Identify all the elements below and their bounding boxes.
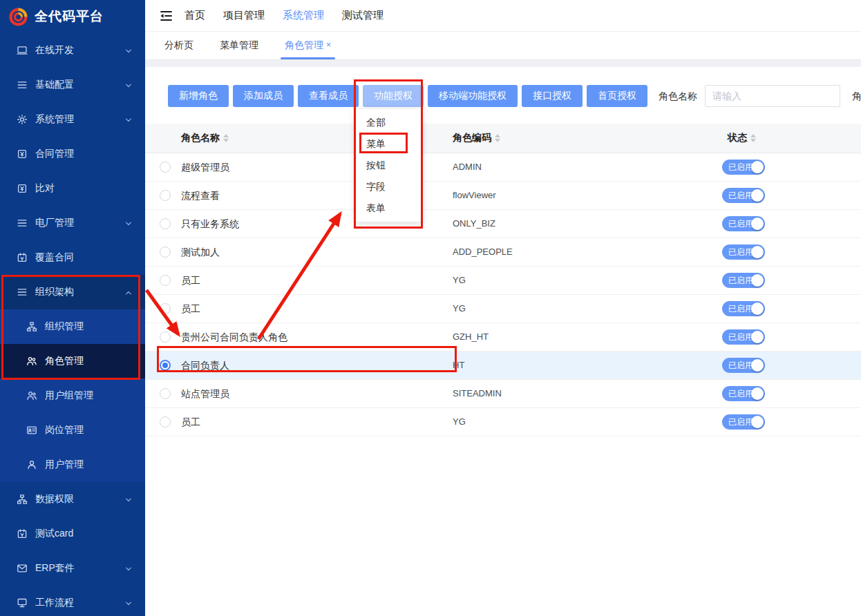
column-header-status[interactable]: 状态 [728, 124, 756, 153]
站点管理员[interactable]: 站点管理员 SITEADMIN 已启用 [145, 380, 861, 408]
content-divider [145, 60, 861, 67]
add-role-button[interactable]: 新增角色 [168, 85, 229, 107]
column-header-role-code[interactable]: 角色编码 [453, 124, 500, 153]
mail-icon [17, 563, 28, 574]
status-toggle-label: 已启用 [728, 160, 753, 175]
chevron-down-icon [124, 81, 133, 89]
usergroup-icon [26, 390, 37, 401]
menu-fold-icon[interactable] [159, 10, 173, 21]
sidebar-item-online-dev[interactable]: 在线开发 [0, 33, 145, 68]
超级管理员[interactable]: 超级管理员 ADMIN 已启用 [145, 153, 861, 182]
tab-close-icon[interactable]: × [326, 40, 331, 50]
page: 全代码平台 在线开发 基础配置 系统管理 合同管理 [0, 0, 861, 616]
mobile-function-authorize-button[interactable]: 移动端功能授权 [428, 85, 518, 107]
sidebar-item-org-structure[interactable]: 组织架构 [0, 275, 145, 309]
员工[interactable]: 员工 YG 已启用 [145, 408, 861, 436]
sidebar-item-contract-mgmt[interactable]: 合同管理 [0, 137, 145, 171]
dropdown-item-field[interactable]: 字段 [355, 176, 422, 198]
tab-bar: 分析页 菜单管理 角色管理 × [145, 32, 861, 60]
status-toggle[interactable]: 已启用 [722, 358, 765, 373]
dropdown-item-form[interactable]: 表单 [355, 198, 422, 219]
dropdown-item-all[interactable]: 全部 [355, 112, 422, 133]
合同负责人[interactable]: 合同负责人 HT 已启用 [145, 352, 861, 380]
sidebar-item-test-card[interactable]: 测试card [0, 517, 145, 551]
status-toggle[interactable]: 已启用 [722, 273, 765, 288]
sidebar-item-plant-mgmt[interactable]: 电厂管理 [0, 206, 145, 240]
chevron-down-icon [124, 115, 133, 124]
status-toggle-label: 已启用 [728, 301, 753, 316]
sidebar-item-data-perm[interactable]: 数据权限 [0, 482, 145, 517]
status-toggle[interactable]: 已启用 [722, 244, 765, 260]
sidebar-item-post-mgmt[interactable]: 岗位管理 [0, 413, 145, 447]
sidebar-item-cover-contract[interactable]: 覆盖合同 [0, 240, 145, 275]
只有业务系统[interactable]: 只有业务系统 ONLY_BIZ 已启用 [145, 210, 861, 238]
toggle-knob [751, 246, 764, 258]
status-toggle[interactable]: 已启用 [722, 160, 765, 175]
测试加人[interactable]: 测试加人 ADD_PEOPLE 已启用 [145, 238, 861, 267]
贵州公司合同负责人角色[interactable]: 贵州公司合同负责人角色 GZH_HT 已启用 [145, 323, 861, 352]
流程查看[interactable]: 流程查看 flowViewer 已启用 [145, 182, 861, 210]
role-name-cell: 流程查看 [181, 182, 220, 209]
row-radio[interactable] [160, 247, 171, 258]
status-toggle-label: 已启用 [728, 244, 753, 260]
员工[interactable]: 员工 YG 已启用 [145, 295, 861, 323]
role-code-cell: ADD_PEOPLE [453, 238, 513, 266]
role-code-cell: ADMIN [453, 153, 482, 181]
row-radio[interactable] [160, 218, 171, 229]
function-authorize-button[interactable]: 功能授权 [363, 85, 424, 107]
row-radio[interactable] [160, 190, 171, 201]
sidebar-item-workflow[interactable]: 工作流程 [0, 586, 145, 616]
status-toggle[interactable]: 已启用 [722, 414, 765, 430]
sort-icon[interactable] [223, 134, 229, 142]
sidebar-item-usergroup-mgmt[interactable]: 用户组管理 [0, 378, 145, 413]
role-name-cell: 员工 [181, 267, 200, 294]
row-radio[interactable] [160, 303, 171, 314]
sidebar-item-org-mgmt[interactable]: 组织管理 [0, 309, 145, 344]
status-toggle[interactable]: 已启用 [722, 329, 765, 345]
row-radio[interactable] [160, 162, 171, 173]
main-area: 首页项目管理系统管理测试管理 分析页 菜单管理 角色管理 × 新增角色添加成员查… [145, 0, 861, 616]
dropdown-item-button[interactable]: 按钮 [355, 155, 422, 176]
view-members-button[interactable]: 查看成员 [298, 85, 359, 107]
tab-analysis[interactable]: 分析页 [164, 32, 193, 59]
status-toggle[interactable]: 已启用 [722, 216, 765, 231]
add-member-button[interactable]: 添加成员 [233, 85, 294, 107]
role-name-cell: 只有业务系统 [181, 210, 239, 238]
role-code-cell: YG [453, 267, 466, 294]
sidebar-item-compare[interactable]: 比对 [0, 171, 145, 206]
role-name-input[interactable] [705, 85, 840, 107]
sidebar-item-system-mgmt[interactable]: 系统管理 [0, 102, 145, 137]
status-toggle[interactable]: 已启用 [722, 301, 765, 316]
status-toggle[interactable]: 已启用 [722, 188, 765, 203]
tab-role-mgmt[interactable]: 角色管理 × [285, 32, 331, 59]
row-radio[interactable] [160, 360, 171, 371]
sidebar-menu: 在线开发 基础配置 系统管理 合同管理 比对 [0, 33, 145, 616]
员工[interactable]: 员工 YG 已启用 [145, 267, 861, 295]
row-radio[interactable] [160, 275, 171, 286]
content: 新增角色添加成员查看成员功能授权移动端功能授权接口授权首页授权 角色名称 角 角… [145, 85, 861, 436]
sidebar-item-role-mgmt[interactable]: 角色管理 [0, 344, 145, 378]
chevron-down-icon [124, 219, 133, 227]
sidebar-item-basic-config[interactable]: 基础配置 [0, 68, 145, 102]
role-code-cell: SITEADMIN [453, 380, 502, 407]
sort-icon[interactable] [750, 134, 756, 142]
row-radio[interactable] [160, 331, 171, 343]
column-header-role-name[interactable]: 角色名称 [181, 124, 229, 153]
topnav-item-home[interactable]: 首页 [184, 9, 205, 22]
topnav-links: 首页项目管理系统管理测试管理 [184, 9, 401, 22]
api-authorize-button[interactable]: 接口授权 [522, 85, 583, 107]
sidebar-item-user-mgmt[interactable]: 用户管理 [0, 447, 145, 482]
gear-icon [17, 114, 28, 125]
topnav-item-system-mgmt[interactable]: 系统管理 [283, 9, 324, 22]
list-icon [17, 287, 28, 298]
topnav-item-project-mgmt[interactable]: 项目管理 [223, 9, 265, 22]
sidebar-item-erp-suite[interactable]: ERP套件 [0, 551, 145, 586]
dropdown-item-menu[interactable]: 菜单 [355, 133, 422, 155]
row-radio[interactable] [160, 388, 171, 399]
tab-menu-mgmt[interactable]: 菜单管理 [220, 32, 258, 59]
topnav-item-test-mgmt[interactable]: 测试管理 [342, 9, 384, 22]
status-toggle[interactable]: 已启用 [722, 386, 765, 401]
sort-icon[interactable] [495, 134, 500, 142]
homepage-authorize-button[interactable]: 首页授权 [587, 85, 647, 107]
row-radio[interactable] [160, 416, 171, 427]
